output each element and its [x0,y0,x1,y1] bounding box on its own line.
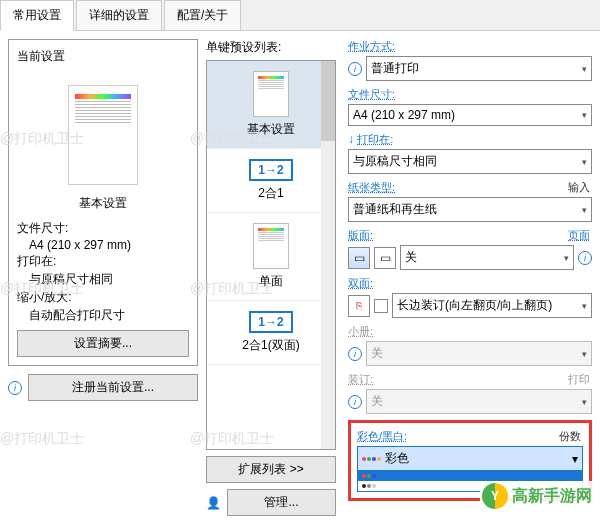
bw-dots-icon [362,484,376,488]
scrollbar[interactable] [321,61,335,449]
docsize-select[interactable]: A4 (210 x 297 mm)▾ [348,104,592,126]
booklet-label: 小册: [348,324,373,339]
preset-list[interactable]: 基本设置 1→2 2合1 单面 1→2 2合1(双面) [206,60,336,450]
nup-icon: 1→2 [249,311,293,333]
info-printon-label: 打印在: [17,253,189,270]
binding-label: 装订: [348,372,373,387]
info-icon[interactable]: i [348,395,362,409]
arrow-down-icon: ↓ [348,132,354,146]
preview-thumbnail [68,85,138,185]
color-dots-icon [362,474,376,478]
manage-button[interactable]: 管理... [227,489,336,516]
preset-2in1-duplex[interactable]: 1→2 2合1(双面) [207,301,335,365]
chevron-down-icon: ▾ [582,301,587,311]
preset-panel: 单键预设列表: 基本设置 1→2 2合1 单面 1→2 2合1(双面) 扩展列表… [206,39,336,524]
chevron-down-icon: ▾ [582,157,587,167]
layout-select[interactable]: 关▾ [400,245,574,270]
chevron-down-icon: ▾ [564,253,569,263]
logo-ball-icon: Y [482,483,508,509]
info-scale-label: 缩小/放大: [17,289,189,306]
booklet-select: 关▾ [366,341,592,366]
chevron-down-icon: ▾ [582,349,587,359]
printon-label[interactable]: 打印在: [357,132,393,147]
left-panel: 当前设置 基本设置 文件尺寸: A4 (210 x 297 mm) 打印在: 与… [8,39,198,524]
jobmode-select[interactable]: 普通打印▾ [366,56,592,81]
info-scale-val: 自动配合打印尺寸 [29,307,189,324]
preset-label: 2合1(双面) [207,337,335,354]
preset-label: 2合1 [207,185,335,202]
binding-select: 关▾ [366,389,592,414]
document-icon [253,223,289,269]
preview-caption: 基本设置 [17,195,189,212]
tab-config[interactable]: 配置/关于 [164,0,241,30]
layout-label[interactable]: 版面: [348,228,373,243]
chevron-down-icon: ▾ [572,452,578,466]
print-label: 打印 [568,372,590,387]
duplex-icon[interactable]: ⎘ [348,295,370,317]
preset-basic[interactable]: 基本设置 [207,61,335,149]
color-select[interactable]: 彩色 ▾ [357,446,583,471]
tab-detailed[interactable]: 详细的设置 [76,0,162,30]
color-dots-icon [362,457,381,461]
user-icon: 👤 [206,496,221,510]
duplex-select[interactable]: 长边装订(向左翻页/向上翻页)▾ [392,293,592,318]
input-label: 输入 [568,180,590,195]
logo-text: 高新手游网 [512,486,592,507]
right-panel: 作业方式: i 普通打印▾ 文件尺寸: A4 (210 x 297 mm)▾ ↓… [344,39,592,524]
info-docsize-val: A4 (210 x 297 mm) [29,238,189,252]
layout-option-2[interactable]: ▭ [374,247,396,269]
main-area: 当前设置 基本设置 文件尺寸: A4 (210 x 297 mm) 打印在: 与… [0,31,600,531]
color-label[interactable]: 彩色/黑白: [357,429,407,444]
current-settings-box: 当前设置 基本设置 文件尺寸: A4 (210 x 297 mm) 打印在: 与… [8,39,198,366]
preset-label: 单面 [207,273,335,290]
register-settings-button[interactable]: 注册当前设置... [28,374,198,401]
docsize-label[interactable]: 文件尺寸: [348,87,395,102]
preset-simplex[interactable]: 单面 [207,213,335,301]
layout-option-1[interactable]: ▭ [348,247,370,269]
page-label[interactable]: 页面 [568,228,590,243]
printon-select[interactable]: 与原稿尺寸相同▾ [348,149,592,174]
nup-icon: 1→2 [249,159,293,181]
chevron-down-icon: ▾ [582,64,587,74]
site-logo: Y 高新手游网 [480,481,594,511]
info-icon[interactable]: i [348,347,362,361]
tab-common[interactable]: 常用设置 [0,0,74,31]
copies-label: 份数 [559,429,581,444]
chevron-down-icon: ▾ [582,397,587,407]
color-option-color[interactable] [358,471,582,481]
preset-list-title: 单键预设列表: [206,39,336,56]
preset-label: 基本设置 [207,121,335,138]
current-settings-title: 当前设置 [17,48,189,65]
settings-summary-button[interactable]: 设置摘要... [17,330,189,357]
tab-bar: 常用设置 详细的设置 配置/关于 [0,0,600,31]
chevron-down-icon: ▾ [582,205,587,215]
duplex-label[interactable]: 双面: [348,276,373,291]
document-icon [253,71,289,117]
jobmode-label[interactable]: 作业方式: [348,39,395,54]
info-icon[interactable]: i [578,251,592,265]
expand-list-button[interactable]: 扩展列表 >> [206,456,336,483]
duplex-checkbox[interactable] [374,299,388,313]
scrollbar-thumb[interactable] [321,61,335,141]
info-printon-val: 与原稿尺寸相同 [29,271,189,288]
papertype-label[interactable]: 纸张类型: [348,180,395,195]
info-docsize-label: 文件尺寸: [17,220,189,237]
info-icon[interactable]: i [348,62,362,76]
info-icon[interactable]: i [8,381,22,395]
papertype-select[interactable]: 普通纸和再生纸▾ [348,197,592,222]
chevron-down-icon: ▾ [582,110,587,120]
preset-2in1[interactable]: 1→2 2合1 [207,149,335,213]
